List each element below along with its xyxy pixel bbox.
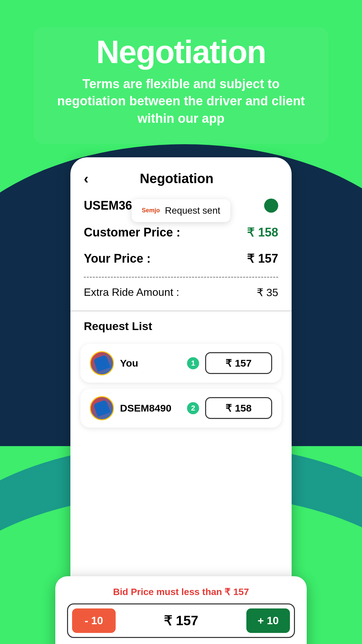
your-price-value: ₹ 157 [247,252,278,266]
section-divider [70,311,292,311]
your-price-label: Your Price : [84,252,150,266]
request-item[interactable]: DSEM8490 2 ₹ 158 [80,389,282,428]
request-item[interactable]: You 1 ₹ 157 [80,344,282,383]
bid-panel: Bid Price must less than ₹ 157 - 10 ₹ 15… [55,576,307,644]
bid-value-display: ₹ 157 [121,608,241,633]
customer-price-label: Customer Price : [84,225,180,239]
divider [84,277,278,278]
bid-decrement-button[interactable]: - 10 [72,608,116,633]
avatar [90,351,114,375]
promo-title: Negotiation [47,34,315,70]
promo-subtitle: Terms are flexible and subject to negoti… [47,75,315,127]
phone-screen: ‹ Negotiation Semjo Request sent USEM360… [70,157,292,576]
request-badge: 2 [187,402,199,414]
back-icon[interactable]: ‹ [84,171,88,187]
customer-price-value: ₹ 158 [247,225,278,239]
status-indicator [264,199,278,213]
request-name: You [120,358,181,369]
request-badge: 1 [187,357,199,369]
toast-logo: Semjo [142,207,160,214]
avatar [90,396,114,420]
bid-warning-text: Bid Price must less than ₹ 157 [67,586,295,597]
extra-ride-label: Extra Ride Amount : [84,286,179,299]
promo-header: Negotiation Terms are flexible and subje… [34,27,328,144]
toast-text: Request sent [165,205,220,216]
request-price: ₹ 158 [205,397,272,419]
screen-title: Negotiation [88,171,265,186]
toast-notification: Semjo Request sent [132,199,230,222]
request-name: DSEM8490 [120,402,181,414]
bid-increment-button[interactable]: + 10 [246,608,290,633]
bid-controls: - 10 ₹ 157 + 10 [67,603,295,638]
extra-ride-value: ₹ 35 [257,286,278,299]
request-list-title: Request List [70,315,292,338]
request-price: ₹ 157 [205,352,272,374]
